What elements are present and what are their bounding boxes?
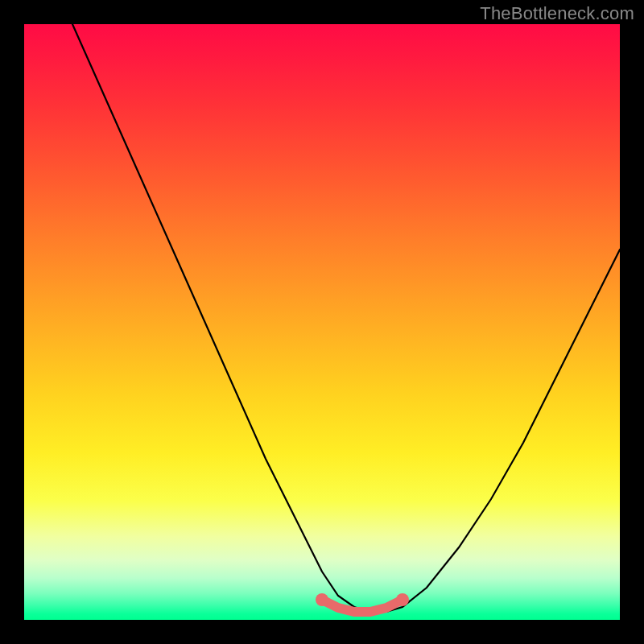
optimal-range-start-dot [316,593,328,606]
curve-layer [24,24,620,620]
optimal-range-end-dot [396,593,409,606]
optimal-range-highlight [322,600,402,612]
chart-frame: TheBottleneck.com [0,0,644,644]
watermark-text: TheBottleneck.com [480,3,634,24]
plot-area [24,24,620,620]
bottleneck-curve [72,24,620,612]
